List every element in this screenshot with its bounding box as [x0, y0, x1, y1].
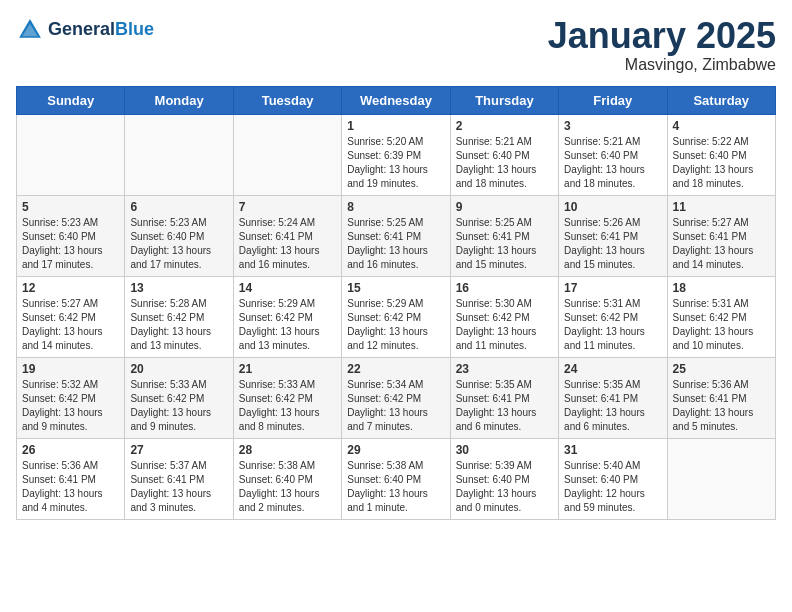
calendar-day-cell: 4Sunrise: 5:22 AM Sunset: 6:40 PM Daylig… [667, 114, 775, 195]
day-info: Sunrise: 5:23 AM Sunset: 6:40 PM Dayligh… [130, 216, 227, 272]
day-info: Sunrise: 5:20 AM Sunset: 6:39 PM Dayligh… [347, 135, 444, 191]
calendar-day-cell: 17Sunrise: 5:31 AM Sunset: 6:42 PM Dayli… [559, 276, 667, 357]
day-number: 26 [22, 443, 119, 457]
day-number: 6 [130, 200, 227, 214]
calendar-day-cell: 7Sunrise: 5:24 AM Sunset: 6:41 PM Daylig… [233, 195, 341, 276]
day-info: Sunrise: 5:21 AM Sunset: 6:40 PM Dayligh… [564, 135, 661, 191]
day-info: Sunrise: 5:33 AM Sunset: 6:42 PM Dayligh… [239, 378, 336, 434]
day-number: 4 [673, 119, 770, 133]
weekday-header-row: SundayMondayTuesdayWednesdayThursdayFrid… [17, 86, 776, 114]
calendar-day-cell: 10Sunrise: 5:26 AM Sunset: 6:41 PM Dayli… [559, 195, 667, 276]
calendar-day-cell: 31Sunrise: 5:40 AM Sunset: 6:40 PM Dayli… [559, 438, 667, 519]
calendar-day-cell: 24Sunrise: 5:35 AM Sunset: 6:41 PM Dayli… [559, 357, 667, 438]
day-number: 31 [564, 443, 661, 457]
day-info: Sunrise: 5:37 AM Sunset: 6:41 PM Dayligh… [130, 459, 227, 515]
title-block: January 2025 Masvingo, Zimbabwe [548, 16, 776, 74]
day-info: Sunrise: 5:31 AM Sunset: 6:42 PM Dayligh… [673, 297, 770, 353]
day-info: Sunrise: 5:32 AM Sunset: 6:42 PM Dayligh… [22, 378, 119, 434]
location: Masvingo, Zimbabwe [548, 56, 776, 74]
day-number: 25 [673, 362, 770, 376]
day-number: 7 [239, 200, 336, 214]
logo-text: GeneralBlue [48, 20, 154, 40]
calendar-day-cell: 30Sunrise: 5:39 AM Sunset: 6:40 PM Dayli… [450, 438, 558, 519]
logo-icon [16, 16, 44, 44]
day-number: 5 [22, 200, 119, 214]
calendar-day-cell: 8Sunrise: 5:25 AM Sunset: 6:41 PM Daylig… [342, 195, 450, 276]
calendar-day-cell [233, 114, 341, 195]
day-number: 9 [456, 200, 553, 214]
calendar-day-cell: 19Sunrise: 5:32 AM Sunset: 6:42 PM Dayli… [17, 357, 125, 438]
calendar-day-cell [125, 114, 233, 195]
weekday-header-cell: Tuesday [233, 86, 341, 114]
day-number: 28 [239, 443, 336, 457]
calendar-day-cell: 25Sunrise: 5:36 AM Sunset: 6:41 PM Dayli… [667, 357, 775, 438]
day-number: 16 [456, 281, 553, 295]
calendar-day-cell: 18Sunrise: 5:31 AM Sunset: 6:42 PM Dayli… [667, 276, 775, 357]
day-info: Sunrise: 5:40 AM Sunset: 6:40 PM Dayligh… [564, 459, 661, 515]
weekday-header-cell: Friday [559, 86, 667, 114]
day-number: 15 [347, 281, 444, 295]
day-number: 12 [22, 281, 119, 295]
calendar-week-row: 5Sunrise: 5:23 AM Sunset: 6:40 PM Daylig… [17, 195, 776, 276]
calendar-day-cell: 14Sunrise: 5:29 AM Sunset: 6:42 PM Dayli… [233, 276, 341, 357]
day-info: Sunrise: 5:27 AM Sunset: 6:41 PM Dayligh… [673, 216, 770, 272]
day-info: Sunrise: 5:36 AM Sunset: 6:41 PM Dayligh… [22, 459, 119, 515]
day-number: 14 [239, 281, 336, 295]
day-info: Sunrise: 5:31 AM Sunset: 6:42 PM Dayligh… [564, 297, 661, 353]
calendar-day-cell: 11Sunrise: 5:27 AM Sunset: 6:41 PM Dayli… [667, 195, 775, 276]
day-number: 29 [347, 443, 444, 457]
day-number: 27 [130, 443, 227, 457]
calendar-week-row: 19Sunrise: 5:32 AM Sunset: 6:42 PM Dayli… [17, 357, 776, 438]
calendar-day-cell: 12Sunrise: 5:27 AM Sunset: 6:42 PM Dayli… [17, 276, 125, 357]
calendar-day-cell: 3Sunrise: 5:21 AM Sunset: 6:40 PM Daylig… [559, 114, 667, 195]
day-number: 13 [130, 281, 227, 295]
weekday-header-cell: Wednesday [342, 86, 450, 114]
day-info: Sunrise: 5:30 AM Sunset: 6:42 PM Dayligh… [456, 297, 553, 353]
calendar-day-cell: 16Sunrise: 5:30 AM Sunset: 6:42 PM Dayli… [450, 276, 558, 357]
day-info: Sunrise: 5:21 AM Sunset: 6:40 PM Dayligh… [456, 135, 553, 191]
day-number: 24 [564, 362, 661, 376]
day-info: Sunrise: 5:39 AM Sunset: 6:40 PM Dayligh… [456, 459, 553, 515]
day-number: 17 [564, 281, 661, 295]
day-number: 23 [456, 362, 553, 376]
day-info: Sunrise: 5:25 AM Sunset: 6:41 PM Dayligh… [347, 216, 444, 272]
weekday-header-cell: Monday [125, 86, 233, 114]
calendar-week-row: 26Sunrise: 5:36 AM Sunset: 6:41 PM Dayli… [17, 438, 776, 519]
calendar-day-cell [17, 114, 125, 195]
day-number: 20 [130, 362, 227, 376]
day-info: Sunrise: 5:27 AM Sunset: 6:42 PM Dayligh… [22, 297, 119, 353]
calendar-week-row: 12Sunrise: 5:27 AM Sunset: 6:42 PM Dayli… [17, 276, 776, 357]
day-info: Sunrise: 5:35 AM Sunset: 6:41 PM Dayligh… [564, 378, 661, 434]
day-info: Sunrise: 5:33 AM Sunset: 6:42 PM Dayligh… [130, 378, 227, 434]
calendar-day-cell: 22Sunrise: 5:34 AM Sunset: 6:42 PM Dayli… [342, 357, 450, 438]
calendar-week-row: 1Sunrise: 5:20 AM Sunset: 6:39 PM Daylig… [17, 114, 776, 195]
day-number: 18 [673, 281, 770, 295]
calendar-day-cell: 15Sunrise: 5:29 AM Sunset: 6:42 PM Dayli… [342, 276, 450, 357]
day-info: Sunrise: 5:34 AM Sunset: 6:42 PM Dayligh… [347, 378, 444, 434]
day-number: 10 [564, 200, 661, 214]
day-number: 1 [347, 119, 444, 133]
page-header: GeneralBlue January 2025 Masvingo, Zimba… [16, 16, 776, 74]
day-number: 3 [564, 119, 661, 133]
calendar-day-cell: 9Sunrise: 5:25 AM Sunset: 6:41 PM Daylig… [450, 195, 558, 276]
calendar-day-cell: 29Sunrise: 5:38 AM Sunset: 6:40 PM Dayli… [342, 438, 450, 519]
day-info: Sunrise: 5:35 AM Sunset: 6:41 PM Dayligh… [456, 378, 553, 434]
day-info: Sunrise: 5:25 AM Sunset: 6:41 PM Dayligh… [456, 216, 553, 272]
calendar-body: 1Sunrise: 5:20 AM Sunset: 6:39 PM Daylig… [17, 114, 776, 519]
day-info: Sunrise: 5:24 AM Sunset: 6:41 PM Dayligh… [239, 216, 336, 272]
calendar-day-cell: 26Sunrise: 5:36 AM Sunset: 6:41 PM Dayli… [17, 438, 125, 519]
day-info: Sunrise: 5:23 AM Sunset: 6:40 PM Dayligh… [22, 216, 119, 272]
day-info: Sunrise: 5:28 AM Sunset: 6:42 PM Dayligh… [130, 297, 227, 353]
calendar-table: SundayMondayTuesdayWednesdayThursdayFrid… [16, 86, 776, 520]
calendar-day-cell: 23Sunrise: 5:35 AM Sunset: 6:41 PM Dayli… [450, 357, 558, 438]
day-number: 8 [347, 200, 444, 214]
calendar-day-cell: 1Sunrise: 5:20 AM Sunset: 6:39 PM Daylig… [342, 114, 450, 195]
calendar-day-cell: 28Sunrise: 5:38 AM Sunset: 6:40 PM Dayli… [233, 438, 341, 519]
calendar-day-cell [667, 438, 775, 519]
calendar-day-cell: 13Sunrise: 5:28 AM Sunset: 6:42 PM Dayli… [125, 276, 233, 357]
weekday-header-cell: Thursday [450, 86, 558, 114]
day-number: 19 [22, 362, 119, 376]
calendar-day-cell: 5Sunrise: 5:23 AM Sunset: 6:40 PM Daylig… [17, 195, 125, 276]
calendar-day-cell: 2Sunrise: 5:21 AM Sunset: 6:40 PM Daylig… [450, 114, 558, 195]
weekday-header-cell: Sunday [17, 86, 125, 114]
